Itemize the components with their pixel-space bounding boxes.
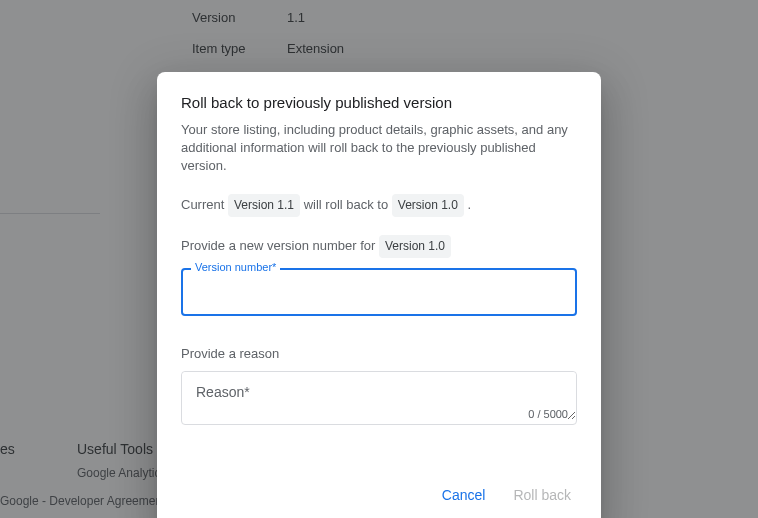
- dialog-description: Your store listing, including product de…: [181, 121, 577, 176]
- period: .: [467, 197, 471, 212]
- modal-overlay: Roll back to previously published versio…: [0, 0, 758, 518]
- version-number-input[interactable]: [181, 268, 577, 316]
- char-count: 0 / 5000: [528, 408, 568, 420]
- reason-textarea[interactable]: [182, 372, 576, 420]
- provide-version-chip: Version 1.0: [379, 235, 451, 258]
- provide-version-line: Provide a new version number for Version…: [181, 235, 577, 258]
- rollback-button[interactable]: Roll back: [503, 479, 581, 511]
- current-version-chip: Version 1.1: [228, 194, 300, 217]
- dialog-version-info: Current Version 1.1 will roll back to Ve…: [181, 194, 577, 217]
- version-number-field: Version number*: [181, 268, 577, 316]
- version-number-label: Version number*: [191, 261, 280, 273]
- reason-field: 0 / 5000: [181, 371, 577, 425]
- provide-version-label: Provide a new version number for: [181, 238, 375, 253]
- current-label: Current: [181, 197, 224, 212]
- provide-reason-label: Provide a reason: [181, 346, 577, 361]
- dialog-title: Roll back to previously published versio…: [181, 94, 577, 111]
- rollback-dialog: Roll back to previously published versio…: [157, 72, 601, 518]
- target-version-chip: Version 1.0: [392, 194, 464, 217]
- dialog-actions: Cancel Roll back: [157, 469, 601, 518]
- cancel-button[interactable]: Cancel: [432, 479, 496, 511]
- rollback-mid: will roll back to: [304, 197, 389, 212]
